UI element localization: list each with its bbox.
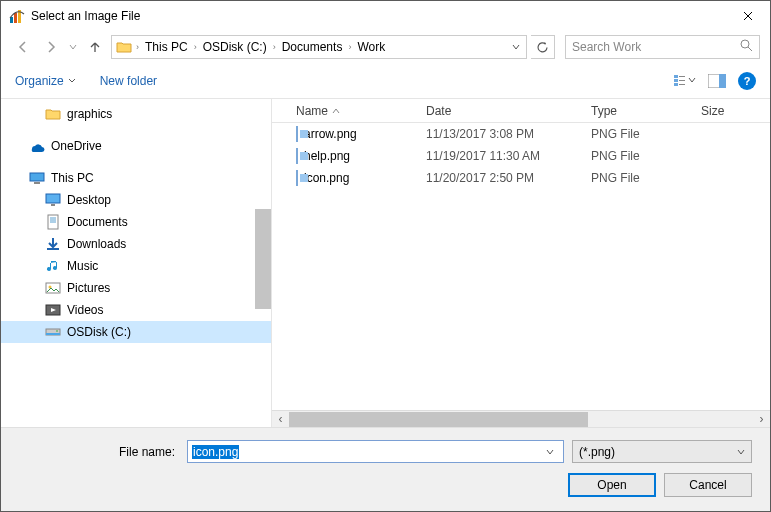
pictures-icon — [45, 280, 61, 296]
sidebar-item-desktop[interactable]: Desktop — [1, 189, 271, 211]
app-icon — [9, 8, 25, 24]
filename-dropdown[interactable] — [541, 445, 559, 459]
navigation-pane[interactable]: graphicsOneDriveThis PCDesktopDocumentsD… — [1, 99, 271, 427]
svg-rect-1 — [14, 13, 17, 23]
chevron-right-icon[interactable]: › — [134, 42, 141, 52]
sidebar-item-documents[interactable]: Documents — [1, 211, 271, 233]
sidebar-item-pictures[interactable]: Pictures — [1, 277, 271, 299]
sidebar-item-this-pc[interactable]: This PC — [1, 167, 271, 189]
sidebar-item-osdisk-c-[interactable]: OSDisk (C:) — [1, 321, 271, 343]
footer: File name: icon.png (*.png) Open Cancel — [1, 427, 770, 511]
documents-icon — [45, 214, 61, 230]
svg-rect-12 — [30, 173, 44, 181]
address-bar[interactable]: › This PC › OSDisk (C:) › Documents › Wo… — [111, 35, 527, 59]
sidebar-item-videos[interactable]: Videos — [1, 299, 271, 321]
up-button[interactable] — [83, 35, 107, 59]
music-icon — [45, 258, 61, 274]
svg-rect-14 — [46, 194, 60, 203]
svg-rect-9 — [679, 84, 685, 85]
file-list[interactable]: arrow.png11/13/2017 3:08 PMPNG Filehelp.… — [272, 123, 770, 410]
chevron-right-icon[interactable]: › — [271, 42, 278, 52]
preview-pane-toggle[interactable] — [706, 70, 728, 92]
disk-icon — [45, 324, 61, 340]
new-folder-button[interactable]: New folder — [100, 74, 157, 88]
nav-row: › This PC › OSDisk (C:) › Documents › Wo… — [1, 31, 770, 63]
horizontal-scrollbar[interactable]: ‹ › — [272, 410, 770, 427]
filename-label: File name: — [19, 445, 179, 459]
chevron-right-icon[interactable]: › — [192, 42, 199, 52]
sidebar-item-downloads[interactable]: Downloads — [1, 233, 271, 255]
chevron-right-icon[interactable]: › — [346, 42, 353, 52]
tree-label: Music — [67, 259, 98, 273]
tree-label: Downloads — [67, 237, 126, 251]
column-name[interactable]: Name — [296, 104, 328, 118]
file-type-filter[interactable]: (*.png) — [572, 440, 752, 463]
view-options[interactable] — [674, 70, 696, 92]
scrollbar-thumb[interactable] — [289, 412, 588, 427]
breadcrumb-segment[interactable]: Documents — [278, 40, 347, 54]
scrollbar-thumb[interactable] — [255, 209, 271, 309]
sidebar-item-graphics[interactable]: graphics — [1, 103, 271, 125]
organize-menu[interactable]: Organize — [15, 74, 76, 88]
file-row[interactable]: arrow.png11/13/2017 3:08 PMPNG File — [296, 123, 770, 145]
svg-rect-4 — [674, 75, 678, 78]
column-size[interactable]: Size — [701, 104, 770, 118]
thispc-icon — [29, 170, 45, 186]
scroll-right-button[interactable]: › — [753, 411, 770, 428]
svg-rect-8 — [679, 80, 685, 81]
desktop-icon — [45, 192, 61, 208]
chevron-down-icon — [737, 445, 745, 459]
column-date[interactable]: Date — [426, 104, 591, 118]
scroll-left-button[interactable]: ‹ — [272, 411, 289, 428]
search-icon — [740, 39, 753, 55]
open-button[interactable]: Open — [568, 473, 656, 497]
svg-point-3 — [741, 40, 749, 48]
tree-label: Documents — [67, 215, 128, 229]
folder-icon — [45, 106, 61, 122]
close-button[interactable] — [725, 1, 770, 31]
breadcrumb-segment[interactable]: OSDisk (C:) — [199, 40, 271, 54]
back-button[interactable] — [11, 35, 35, 59]
svg-rect-15 — [51, 204, 55, 206]
onedrive-icon — [29, 138, 45, 154]
file-row[interactable]: help.png11/19/2017 11:30 AMPNG File — [296, 145, 770, 167]
chevron-down-icon — [68, 77, 76, 85]
sort-asc-icon — [332, 107, 340, 115]
column-headers[interactable]: Name Date Type Size — [272, 99, 770, 123]
png-file-icon — [296, 126, 298, 142]
svg-point-22 — [56, 330, 58, 332]
downloads-icon — [45, 236, 61, 252]
refresh-button[interactable] — [531, 35, 555, 59]
folder-icon — [114, 39, 134, 55]
filename-value: icon.png — [192, 445, 239, 459]
videos-icon — [45, 302, 61, 318]
sidebar-item-music[interactable]: Music — [1, 255, 271, 277]
search-input[interactable]: Search Work — [565, 35, 760, 59]
main-area: graphicsOneDriveThis PCDesktopDocumentsD… — [1, 99, 770, 427]
column-type[interactable]: Type — [591, 104, 701, 118]
breadcrumb-segment[interactable]: This PC — [141, 40, 192, 54]
svg-rect-21 — [46, 333, 60, 335]
svg-rect-7 — [679, 76, 685, 77]
tree-label: OSDisk (C:) — [67, 325, 131, 339]
help-button[interactable]: ? — [738, 72, 756, 90]
tree-label: This PC — [51, 171, 94, 185]
filename-input[interactable]: icon.png — [187, 440, 564, 463]
tree-label: OneDrive — [51, 139, 102, 153]
filename-text[interactable] — [239, 445, 541, 459]
address-dropdown[interactable] — [506, 43, 524, 51]
file-list-area: Name Date Type Size arrow.png11/13/2017 … — [271, 99, 770, 427]
tree-label: graphics — [67, 107, 112, 121]
cancel-button[interactable]: Cancel — [664, 473, 752, 497]
forward-button[interactable] — [39, 35, 63, 59]
search-placeholder: Search Work — [572, 40, 740, 54]
tree-label: Pictures — [67, 281, 110, 295]
breadcrumb-segment[interactable]: Work — [353, 40, 389, 54]
filter-value: (*.png) — [579, 445, 737, 459]
svg-rect-13 — [34, 182, 40, 184]
svg-rect-11 — [719, 74, 726, 88]
sidebar-item-onedrive[interactable]: OneDrive — [1, 135, 271, 157]
file-row[interactable]: icon.png11/20/2017 2:50 PMPNG File — [296, 167, 770, 189]
tree-label: Videos — [67, 303, 103, 317]
recent-dropdown[interactable] — [67, 35, 79, 59]
